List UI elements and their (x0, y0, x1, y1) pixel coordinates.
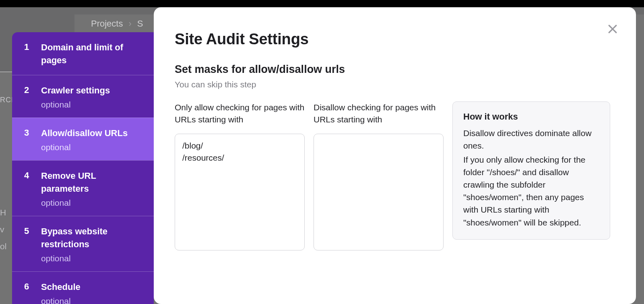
close-button[interactable] (605, 22, 620, 36)
wizard-step-allow-disallow-urls[interactable]: 3 Allow/disallow URLs optional (12, 118, 154, 160)
disallow-urls-textarea[interactable] (314, 134, 444, 250)
step-optional-label: optional (41, 253, 142, 263)
info-text: Disallow directives dominate allow ones. (463, 127, 599, 152)
site-audit-settings-modal: 1 Domain and limit of pages 2 Crawler se… (12, 7, 636, 304)
step-number: 6 (24, 281, 30, 293)
info-title: How it works (463, 112, 599, 122)
step-title: Crawler settings (41, 84, 110, 97)
close-icon (607, 23, 619, 35)
disallow-column: Disallow checking for pages with URLs st… (314, 101, 444, 250)
disallow-label: Disallow checking for pages with URLs st… (314, 101, 444, 127)
sidebar-item-fragment: H (0, 208, 6, 217)
step-number: 5 (24, 225, 30, 238)
wizard-step-remove-url-parameters[interactable]: 4 Remove URL parameters optional (12, 160, 154, 216)
step-number: 3 (24, 127, 30, 139)
sidebar-item-fragment: ol (0, 242, 6, 251)
step-title: Remove URL parameters (41, 170, 142, 195)
step-title: Allow/disallow URLs (41, 127, 128, 140)
step-number: 2 (24, 84, 30, 97)
step-title: Domain and limit of pages (41, 41, 142, 67)
sidebar-item-fragment: v (0, 225, 4, 234)
wizard-panel: Site Audit Settings Set masks for allow/… (154, 7, 636, 304)
wizard-step-crawler-settings[interactable]: 2 Crawler settings optional (12, 75, 154, 118)
wizard-step-schedule[interactable]: 6 Schedule optional (12, 271, 154, 304)
wizard-step-domain-and-limit[interactable]: 1 Domain and limit of pages (12, 32, 154, 75)
allow-label: Only allow checking for pages with URLs … (175, 101, 305, 127)
step-number: 4 (24, 170, 30, 182)
step-number: 1 (24, 41, 30, 54)
wizard-steps-nav: 1 Domain and limit of pages 2 Crawler se… (12, 32, 154, 304)
step-optional-label: optional (41, 296, 80, 304)
info-text: If you only allow checking for the folde… (463, 153, 599, 228)
step-optional-label: optional (41, 99, 110, 110)
step-title: Bypass website restrictions (41, 225, 142, 251)
step-optional-label: optional (41, 198, 142, 208)
panel-title: Site Audit Settings (175, 31, 610, 48)
panel-subtitle: Set masks for allow/disallow urls (175, 63, 610, 76)
how-it-works-box: How it works Disallow directives dominat… (452, 101, 610, 240)
wizard-step-bypass-website-restrictions[interactable]: 5 Bypass website restrictions optional (12, 216, 154, 271)
allow-column: Only allow checking for pages with URLs … (175, 101, 305, 250)
step-title: Schedule (41, 281, 80, 294)
allow-urls-textarea[interactable] (175, 134, 305, 250)
step-optional-label: optional (41, 142, 128, 152)
skip-hint: You can skip this step (175, 80, 610, 89)
